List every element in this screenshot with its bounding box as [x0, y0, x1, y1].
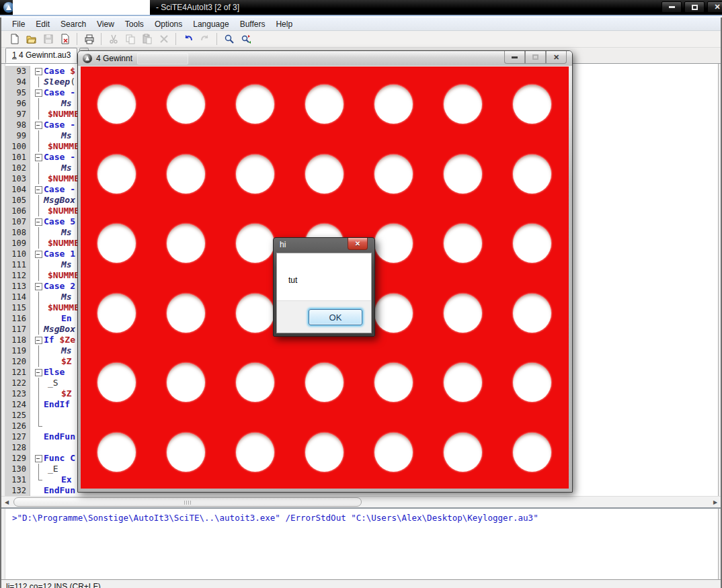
- find-button[interactable]: [221, 32, 237, 46]
- menu-help[interactable]: Help: [270, 18, 298, 30]
- board-cell[interactable]: [97, 363, 136, 402]
- line-number: 100: [5, 141, 30, 152]
- delete-icon: [159, 34, 169, 44]
- line-number: 105: [5, 195, 30, 206]
- menu-buffers[interactable]: Buffers: [235, 18, 271, 30]
- board-cell[interactable]: [513, 363, 551, 402]
- board-cell[interactable]: [236, 155, 274, 194]
- close-button[interactable]: ✕: [707, 1, 722, 13]
- fold-toggle-icon[interactable]: [34, 453, 44, 464]
- fold-toggle-icon[interactable]: [34, 281, 44, 292]
- fold-toggle-icon[interactable]: [34, 87, 44, 98]
- print-button[interactable]: [81, 32, 97, 46]
- code-text: $NUMME: [44, 109, 79, 120]
- fold-toggle-icon[interactable]: [34, 249, 44, 259]
- fold-margin: [34, 431, 44, 442]
- board-cell[interactable]: [444, 363, 482, 402]
- output-pane[interactable]: >"D:\Programme\Sonstige\AutoIt3\SciTE\..…: [5, 509, 718, 579]
- board-cell[interactable]: [374, 294, 413, 333]
- board-cell[interactable]: [513, 85, 551, 124]
- board-cell[interactable]: [167, 85, 205, 124]
- menu-view[interactable]: View: [91, 18, 120, 30]
- board-cell[interactable]: [444, 294, 482, 333]
- scroll-left-arrow[interactable]: ◀: [1, 497, 12, 507]
- minimize-button[interactable]: [661, 1, 682, 13]
- ok-button[interactable]: OK: [309, 309, 362, 325]
- board-cell[interactable]: [374, 155, 413, 194]
- fold-toggle-icon[interactable]: [34, 120, 44, 130]
- board-cell[interactable]: [513, 433, 551, 472]
- game-minimize-button[interactable]: [504, 51, 525, 64]
- board-cell[interactable]: [236, 363, 274, 402]
- board-cell[interactable]: [444, 224, 482, 263]
- board-cell[interactable]: [167, 224, 205, 263]
- board-cell[interactable]: [236, 433, 274, 472]
- board-cell[interactable]: [97, 155, 136, 194]
- fold-toggle-icon[interactable]: [34, 184, 44, 195]
- fold-margin: [34, 356, 44, 367]
- fold-margin: [34, 399, 44, 410]
- board-cell[interactable]: [97, 85, 136, 124]
- toolbar-separator: [77, 33, 77, 45]
- code-text: $NUMME: [44, 238, 79, 249]
- new-button[interactable]: [7, 32, 22, 46]
- game-titlebar[interactable]: 4 Gewinnt: [78, 51, 572, 66]
- undo-button[interactable]: [180, 32, 196, 46]
- maximize-button[interactable]: [684, 1, 705, 13]
- scroll-right-arrow[interactable]: ▶: [710, 497, 721, 507]
- blank-title-area: [13, 0, 150, 15]
- status-bar: li=112 co=12 INS (CR+LF): [1, 579, 721, 588]
- board-cell[interactable]: [513, 294, 551, 333]
- fold-toggle-icon[interactable]: [34, 367, 44, 378]
- board-cell[interactable]: [167, 294, 205, 333]
- board-cell[interactable]: [97, 224, 136, 263]
- menu-language[interactable]: Language: [188, 18, 234, 30]
- board-cell[interactable]: [513, 224, 551, 263]
- board-cell[interactable]: [374, 363, 413, 402]
- game-title: 4 Gewinnt: [96, 54, 132, 63]
- open-button[interactable]: [24, 32, 39, 46]
- fold-toggle-icon[interactable]: [34, 335, 44, 345]
- board-cell[interactable]: [444, 155, 482, 194]
- board-cell[interactable]: [374, 224, 413, 263]
- close-file-button[interactable]: [57, 32, 73, 46]
- menu-search[interactable]: Search: [55, 18, 91, 30]
- board-cell[interactable]: [97, 433, 136, 472]
- main-titlebar[interactable]: - SciTE4AutoIt3 [2 of 3] ✕: [0, 0, 722, 16]
- fold-margin: [34, 163, 44, 173]
- fold-toggle-icon[interactable]: [34, 216, 44, 227]
- menu-options[interactable]: Options: [149, 18, 188, 30]
- board-cell[interactable]: [444, 433, 482, 472]
- scrollbar-thumb[interactable]: [13, 497, 362, 507]
- menu-file[interactable]: File: [7, 18, 30, 30]
- board-cell[interactable]: [167, 155, 205, 194]
- board-cell[interactable]: [374, 433, 413, 472]
- msgbox-close-button[interactable]: ✕: [348, 238, 368, 250]
- board-cell[interactable]: [236, 224, 274, 263]
- game-close-button[interactable]: ✕: [546, 51, 567, 64]
- board-cell[interactable]: [167, 433, 205, 472]
- replace-icon: [241, 34, 251, 44]
- board-cell[interactable]: [167, 363, 205, 402]
- board-cell[interactable]: [305, 363, 344, 402]
- board-cell[interactable]: [236, 294, 274, 333]
- board-cell[interactable]: [513, 155, 551, 194]
- board-cell[interactable]: [236, 85, 274, 124]
- board-cell[interactable]: [374, 85, 413, 124]
- fold-toggle-icon[interactable]: [34, 152, 44, 163]
- fold-margin: [34, 141, 44, 152]
- tab-4-gewinnt[interactable]: 1 4 Gewinnt.au3: [5, 48, 77, 63]
- board-cell[interactable]: [444, 85, 482, 124]
- board-cell[interactable]: [305, 433, 344, 472]
- horizontal-scrollbar[interactable]: ◀ ▶: [1, 496, 721, 507]
- line-number: 129: [5, 453, 30, 464]
- menu-tools[interactable]: Tools: [120, 18, 149, 30]
- board-cell[interactable]: [97, 294, 136, 333]
- replace-button[interactable]: [238, 32, 253, 46]
- code-text: $NUMME: [44, 270, 79, 281]
- board-cell[interactable]: [305, 155, 344, 194]
- fold-toggle-icon[interactable]: [34, 66, 44, 77]
- board-cell[interactable]: [305, 85, 344, 124]
- menu-edit[interactable]: Edit: [30, 18, 55, 30]
- line-number: 126: [5, 421, 30, 431]
